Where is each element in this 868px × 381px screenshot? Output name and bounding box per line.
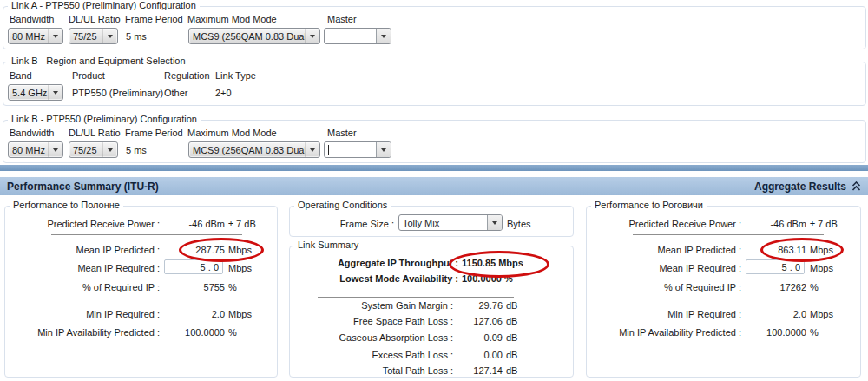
row-label: % of Required IP : <box>587 282 741 292</box>
chevron-down-icon <box>376 29 391 43</box>
row-unit: dB <box>506 365 517 376</box>
row-value: 100.0000 <box>163 327 225 338</box>
table-row: Min IP Availability Predicted : 100.0000… <box>5 327 277 339</box>
dlul-ratio-b-select[interactable]: 75/25 <box>69 141 118 158</box>
dlul-ratio-a-value: 75/25 <box>69 31 102 42</box>
row-unit: Mbps <box>810 245 833 255</box>
row-unit: dB <box>506 316 517 326</box>
row-value: 1150.85 Mbps <box>462 258 523 268</box>
row-unit: dB <box>506 300 517 311</box>
divider <box>51 299 242 299</box>
row-value: 17262 <box>745 282 806 292</box>
row-value: 287.75 <box>163 245 225 255</box>
bandwidth-a-select[interactable]: 80 MHz <box>8 28 63 44</box>
row-unit: Mbps <box>810 263 833 273</box>
row-unit: ± 7 dB <box>228 219 256 229</box>
master-label: Master <box>327 14 357 24</box>
regulation-label: Regulation <box>164 70 210 81</box>
bandwidth-b-select[interactable]: 80 MHz <box>8 141 63 158</box>
row-value: 100.0000 <box>745 327 806 338</box>
bandwidth-label: Bandwidth <box>10 14 54 24</box>
master-b-select[interactable] <box>324 141 391 158</box>
link-summary-group: Link Summary Aggregate IP Throughput : 1… <box>289 246 574 378</box>
row-label: Mean IP Predicted : <box>587 245 741 255</box>
max-mod-mode-a-select[interactable]: MCS9 (256QAM 0.83 Dual) <box>188 28 320 44</box>
row-value: -46 dBm <box>745 219 806 229</box>
row-label: Lowest Mode Availability : <box>290 273 458 284</box>
row-unit: ± 7 dB <box>810 219 838 229</box>
row-label: Total Path Loss : <box>290 365 453 376</box>
bandwidth-label: Bandwidth <box>10 128 54 138</box>
row-label: Min IP Required : <box>5 309 160 319</box>
table-row: Gaseous Absorption Loss : 0.09 dB <box>290 332 573 345</box>
aggregate-results-toggle[interactable]: Aggregate Results <box>754 181 868 193</box>
row-value: 2.0 <box>745 309 806 319</box>
row-label: System Gain Margin : <box>290 300 453 311</box>
divider <box>51 234 242 235</box>
row-value: 0.09 <box>457 332 503 343</box>
aggregate-throughput-row: Aggregate IP Throughput : 1150.85 Mbps <box>290 258 573 270</box>
frame-period-a-value: 5 ms <box>126 31 147 42</box>
mean-ip-required-input[interactable] <box>746 259 805 274</box>
table-row: Predicted Receive Power : -46 dBm ± 7 dB <box>587 219 860 231</box>
table-row: % of Required IP : 17262 % <box>587 282 860 294</box>
row-value: -46 dBm <box>163 219 225 229</box>
regulation-value: Other <box>164 88 188 98</box>
master-a-select[interactable] <box>324 28 391 44</box>
max-mod-mode-a-value: MCS9 (256QAM 0.83 Dual) <box>189 31 305 42</box>
link-b-config-group: Link B - PTP550 (Preliminary) Configurat… <box>3 120 866 163</box>
row-unit: Mbps <box>228 245 252 255</box>
row-label: Mean IP Required : <box>587 263 741 273</box>
divider <box>633 299 824 299</box>
band-select[interactable]: 5.4 GHz <box>8 84 63 101</box>
frame-size-select[interactable]: Tolly Mix <box>398 214 503 231</box>
row-unit: Mbps <box>228 309 252 319</box>
chevron-down-icon <box>376 142 391 157</box>
performance-left-panel: Performance to Полонне Predicted Receive… <box>4 206 278 378</box>
link-b-selection-legend: Link B - Region and Equipment Selection <box>8 56 189 66</box>
frame-size-label: Frame Size : <box>290 219 394 229</box>
row-label: Predicted Receive Power : <box>5 219 160 229</box>
row-label: Aggregate IP Throughput : <box>290 258 458 268</box>
max-mod-mode-b-select[interactable]: MCS9 (256QAM 0.83 Dual) <box>188 141 320 158</box>
frame-period-label: Frame Period <box>125 14 183 24</box>
row-value: 0.00 <box>457 350 503 360</box>
row-unit: Mbps <box>228 263 252 273</box>
linkplanner-window: Link A - PTP550 (Preliminary) Configurat… <box>0 0 868 381</box>
link-b-selection-group: Link B - Region and Equipment Selection … <box>3 62 866 106</box>
row-value: 5755 <box>163 282 225 292</box>
table-row: Min IP Required : 2.0 Mbps <box>5 309 277 321</box>
frame-size-value: Tolly Mix <box>399 218 487 228</box>
max-mod-mode-label: Maximum Mod Mode <box>187 14 277 24</box>
row-label: Min IP Availability Predicted : <box>587 327 741 338</box>
product-value: PTP550 (Preliminary) <box>72 88 163 98</box>
row-value: 127.06 <box>457 316 503 326</box>
row-label: Gaseous Absorption Loss : <box>290 332 453 343</box>
table-row: Mean IP Required : Mbps <box>587 263 860 275</box>
row-label: Min IP Required : <box>587 309 741 319</box>
row-unit: dB <box>506 332 517 343</box>
collapse-up-icon <box>852 181 861 191</box>
chevron-down-icon <box>48 29 62 43</box>
chevron-down-icon <box>305 142 319 157</box>
row-value: 100.0000 % <box>462 273 513 284</box>
chevron-down-icon <box>48 142 62 157</box>
operating-conditions-group: Operating Conditions Frame Size : Bytes … <box>289 206 574 237</box>
dlul-ratio-label: DL/UL Ratio <box>69 128 121 138</box>
row-value: 2.0 <box>163 309 225 319</box>
table-row: Mean IP Predicted : 287.75 Mbps <box>5 245 277 257</box>
row-label: Min IP Availability Predicted : <box>5 327 160 338</box>
dlul-ratio-b-value: 75/25 <box>69 145 102 155</box>
mean-ip-required-input[interactable] <box>164 259 223 274</box>
row-label: Free Space Path Loss : <box>290 316 453 326</box>
link-a-config-legend: Link A - PTP550 (Preliminary) Configurat… <box>8 0 200 10</box>
divider <box>633 234 824 235</box>
row-unit: % <box>228 282 237 292</box>
bandwidth-a-value: 80 MHz <box>9 31 48 42</box>
dlul-ratio-a-select[interactable]: 75/25 <box>69 28 118 44</box>
band-value: 5.4 GHz <box>9 88 48 98</box>
row-unit: % <box>810 282 819 292</box>
table-row: Excess Path Loss : 0.00 dB <box>290 350 573 362</box>
table-row: Mean IP Predicted : 863.11 Mbps <box>587 245 860 257</box>
link-a-config-group: Link A - PTP550 (Preliminary) Configurat… <box>3 6 866 49</box>
